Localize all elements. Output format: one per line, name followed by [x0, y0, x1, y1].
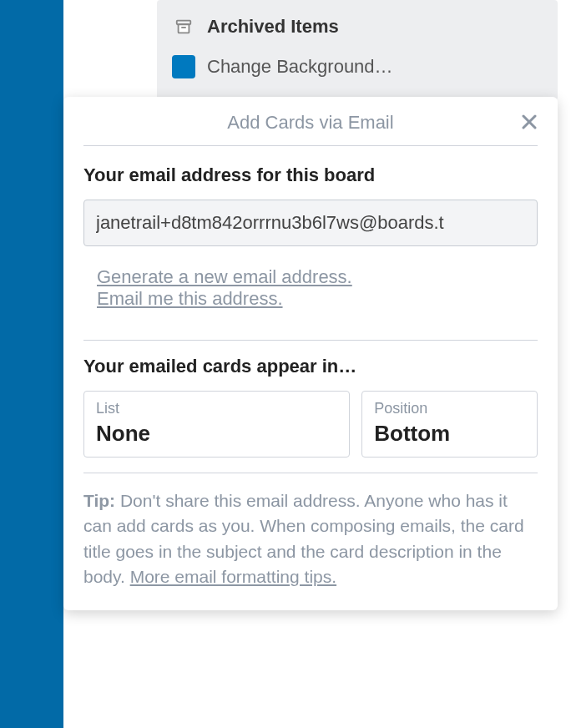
divider [83, 473, 538, 473]
menu-item-archived-label: Archived Items [207, 16, 339, 38]
list-selector-value: None [96, 421, 337, 447]
popover-header: Add Cards via Email [83, 97, 538, 146]
background-swatch-icon [172, 55, 195, 78]
email-settings-popover: Add Cards via Email Your email address f… [63, 97, 558, 610]
more-tips-link[interactable]: More email formatting tips. [130, 567, 336, 586]
email-me-address-link[interactable]: Email me this address. [97, 288, 283, 310]
svg-rect-1 [179, 24, 189, 33]
list-selector[interactable]: List None [83, 391, 350, 458]
archive-icon [172, 15, 195, 38]
position-selector[interactable]: Position Bottom [361, 391, 538, 458]
menu-item-archived[interactable]: Archived Items [164, 7, 551, 47]
position-selector-label: Position [374, 400, 525, 417]
right-edge [564, 0, 571, 728]
email-address-heading: Your email address for this board [83, 164, 538, 186]
divider [83, 340, 538, 341]
generate-email-link[interactable]: Generate a new email address. [97, 266, 352, 288]
close-button[interactable] [518, 110, 541, 134]
left-sidebar [0, 0, 63, 728]
board-email-input[interactable] [83, 200, 538, 246]
list-selector-label: List [96, 400, 337, 417]
popover-title: Add Cards via Email [227, 112, 393, 133]
tip-text: Tip: Don't share this email address. Any… [83, 488, 538, 590]
email-links: Generate a new email address. Email me t… [83, 246, 538, 325]
menu-item-change-background-label: Change Background… [207, 56, 393, 78]
menu-item-change-background[interactable]: Change Background… [164, 47, 551, 87]
position-selector-value: Bottom [374, 421, 525, 447]
close-icon [522, 114, 537, 129]
board-menu: Archived Items Change Background… [157, 0, 558, 100]
cards-appear-heading: Your emailed cards appear in… [83, 356, 538, 377]
tip-label: Tip: [83, 491, 115, 510]
